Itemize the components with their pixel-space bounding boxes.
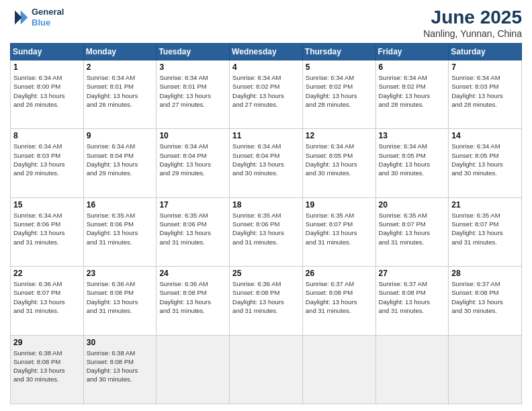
table-row: 20Sunrise: 6:35 AM Sunset: 8:07 PM Dayli…: [375, 197, 449, 266]
logo: General Blue: [10, 7, 64, 28]
calendar-week-3: 22Sunrise: 6:36 AM Sunset: 8:07 PM Dayli…: [11, 267, 522, 335]
table-row: [230, 335, 303, 404]
header-row: Sunday Monday Tuesday Wednesday Thursday…: [11, 44, 522, 60]
table-row: 21Sunrise: 6:35 AM Sunset: 8:07 PM Dayli…: [449, 197, 522, 266]
calendar-header: Sunday Monday Tuesday Wednesday Thursday…: [11, 44, 522, 60]
header-monday: Monday: [83, 44, 157, 60]
table-row: 10Sunrise: 6:34 AM Sunset: 8:04 PM Dayli…: [157, 129, 230, 197]
header-friday: Friday: [375, 44, 449, 60]
table-row: 18Sunrise: 6:35 AM Sunset: 8:06 PM Dayli…: [230, 197, 303, 266]
table-row: 7Sunrise: 6:34 AM Sunset: 8:03 PM Daylig…: [449, 60, 522, 129]
calendar-table: Sunday Monday Tuesday Wednesday Thursday…: [10, 43, 522, 404]
table-row: 3Sunrise: 6:34 AM Sunset: 8:01 PM Daylig…: [157, 60, 230, 129]
page: General Blue June 2025 Nanling, Yunnan, …: [0, 0, 532, 411]
calendar-week-4: 29Sunrise: 6:38 AM Sunset: 8:08 PM Dayli…: [11, 335, 522, 404]
table-row: 15Sunrise: 6:34 AM Sunset: 8:06 PM Dayli…: [11, 197, 84, 266]
table-row: 30Sunrise: 6:38 AM Sunset: 8:08 PM Dayli…: [83, 335, 157, 404]
table-row: 11Sunrise: 6:34 AM Sunset: 8:04 PM Dayli…: [230, 129, 303, 197]
calendar-body: 1Sunrise: 6:34 AM Sunset: 8:00 PM Daylig…: [11, 60, 522, 404]
table-row: 12Sunrise: 6:34 AM Sunset: 8:05 PM Dayli…: [302, 129, 375, 197]
table-row: [375, 335, 449, 404]
logo-icon: [10, 8, 29, 27]
table-row: [449, 335, 522, 404]
table-row: 28Sunrise: 6:37 AM Sunset: 8:08 PM Dayli…: [449, 267, 522, 335]
table-row: 1Sunrise: 6:34 AM Sunset: 8:00 PM Daylig…: [11, 60, 84, 129]
table-row: 13Sunrise: 6:34 AM Sunset: 8:05 PM Dayli…: [375, 129, 449, 197]
table-row: 26Sunrise: 6:37 AM Sunset: 8:08 PM Dayli…: [302, 267, 375, 335]
table-row: 9Sunrise: 6:34 AM Sunset: 8:04 PM Daylig…: [83, 129, 157, 197]
table-row: 14Sunrise: 6:34 AM Sunset: 8:05 PM Dayli…: [449, 129, 522, 197]
logo-text: General Blue: [32, 7, 64, 28]
table-row: 2Sunrise: 6:34 AM Sunset: 8:01 PM Daylig…: [83, 60, 157, 129]
table-row: 27Sunrise: 6:37 AM Sunset: 8:08 PM Dayli…: [375, 267, 449, 335]
table-row: 19Sunrise: 6:35 AM Sunset: 8:07 PM Dayli…: [302, 197, 375, 266]
header-sunday: Sunday: [11, 44, 84, 60]
calendar-week-1: 8Sunrise: 6:34 AM Sunset: 8:03 PM Daylig…: [11, 129, 522, 197]
table-row: 22Sunrise: 6:36 AM Sunset: 8:07 PM Dayli…: [11, 267, 84, 335]
table-row: [302, 335, 375, 404]
table-row: 29Sunrise: 6:38 AM Sunset: 8:08 PM Dayli…: [11, 335, 84, 404]
table-row: 4Sunrise: 6:34 AM Sunset: 8:02 PM Daylig…: [230, 60, 303, 129]
table-row: 17Sunrise: 6:35 AM Sunset: 8:06 PM Dayli…: [157, 197, 230, 266]
table-row: 8Sunrise: 6:34 AM Sunset: 8:03 PM Daylig…: [11, 129, 84, 197]
table-row: 24Sunrise: 6:36 AM Sunset: 8:08 PM Dayli…: [157, 267, 230, 335]
table-row: [157, 335, 230, 404]
calendar-subtitle: Nanling, Yunnan, China: [423, 28, 522, 39]
table-row: 23Sunrise: 6:36 AM Sunset: 8:08 PM Dayli…: [83, 267, 157, 335]
header-saturday: Saturday: [449, 44, 522, 60]
calendar-week-0: 1Sunrise: 6:34 AM Sunset: 8:00 PM Daylig…: [11, 60, 522, 129]
calendar-title: June 2025: [423, 7, 522, 28]
header-tuesday: Tuesday: [157, 44, 230, 60]
header-thursday: Thursday: [302, 44, 375, 60]
table-row: 6Sunrise: 6:34 AM Sunset: 8:02 PM Daylig…: [375, 60, 449, 129]
table-row: 25Sunrise: 6:36 AM Sunset: 8:08 PM Dayli…: [230, 267, 303, 335]
calendar-week-2: 15Sunrise: 6:34 AM Sunset: 8:06 PM Dayli…: [11, 197, 522, 266]
table-row: 16Sunrise: 6:35 AM Sunset: 8:06 PM Dayli…: [83, 197, 157, 266]
header-wednesday: Wednesday: [230, 44, 303, 60]
title-block: June 2025 Nanling, Yunnan, China: [423, 7, 522, 39]
table-row: 5Sunrise: 6:34 AM Sunset: 8:02 PM Daylig…: [302, 60, 375, 129]
header: General Blue June 2025 Nanling, Yunnan, …: [10, 7, 522, 39]
